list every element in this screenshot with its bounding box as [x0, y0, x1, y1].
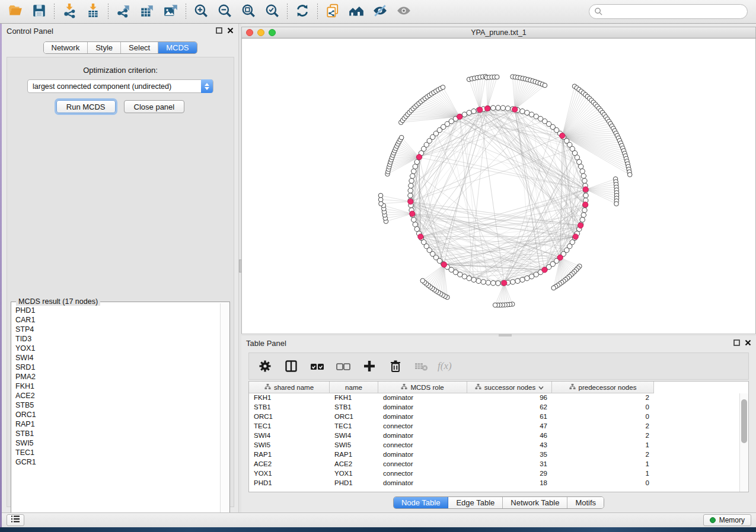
result-node: ORC1	[15, 410, 220, 419]
result-node: CAR1	[15, 315, 220, 325]
tab-node-table[interactable]: Node Table	[394, 497, 449, 508]
export-table-button[interactable]	[135, 2, 159, 22]
run-mcds-button[interactable]: Run MCDS	[56, 100, 116, 113]
result-node: RAP1	[15, 419, 220, 429]
tab-mcds[interactable]: MCDS	[158, 42, 196, 53]
add-column-icon[interactable]	[359, 356, 379, 376]
horizontal-splitter[interactable]	[241, 334, 756, 336]
first-neighbors-button[interactable]	[344, 2, 368, 22]
import-network-button[interactable]	[58, 2, 81, 22]
float-panel-icon[interactable]	[733, 339, 740, 348]
column-header-MCDS-role[interactable]: MCDS role	[378, 382, 467, 393]
node-table: shared namenameMCDS rolesuccessor nodesp…	[248, 381, 749, 492]
open-file-button[interactable]	[4, 2, 27, 22]
cell: 1	[552, 441, 654, 450]
table-row[interactable]: STB1STB1dominator620	[249, 403, 748, 412]
import-table-button[interactable]	[81, 2, 105, 22]
table-row[interactable]: ORC1ORC1dominator610	[249, 412, 748, 422]
settings-gear-icon[interactable]	[255, 356, 275, 376]
cell: STB1	[330, 403, 378, 412]
cell: RAP1	[330, 450, 378, 460]
column-header-successor-nodes[interactable]: successor nodes	[467, 382, 552, 393]
task-list-icon	[11, 515, 20, 525]
cell: SWI4	[330, 431, 378, 441]
search-input[interactable]	[589, 4, 748, 19]
table-row[interactable]: SWI5SWI5connector431	[249, 441, 748, 450]
mcds-result-list[interactable]: PHD1CAR1STP4TID3YOX1SWI4SRD1PMA2FKH1ACE2…	[12, 303, 220, 519]
criterion-dropdown[interactable]: largest connected component (undirected)	[27, 79, 213, 93]
network-canvas[interactable]	[241, 39, 756, 334]
save-button[interactable]	[27, 2, 51, 22]
cell: SWI5	[249, 441, 330, 450]
open-file-icon	[8, 3, 23, 21]
network-window-titlebar[interactable]: YPA_prune.txt_1	[241, 27, 756, 39]
refresh-button[interactable]	[291, 2, 314, 22]
show-columns-icon[interactable]	[281, 356, 301, 376]
select-all-icon[interactable]	[307, 356, 327, 376]
cell: YOX1	[330, 469, 378, 479]
deselect-all-icon[interactable]	[333, 356, 353, 376]
table-row[interactable]: ACE2ACE2connector311	[249, 460, 748, 469]
toolbar-separator	[317, 4, 318, 20]
zoom-in-button[interactable]	[189, 2, 213, 22]
cell: 35	[467, 450, 552, 460]
result-node: STP4	[15, 325, 220, 334]
cell: PHD1	[249, 479, 330, 488]
close-panel-button[interactable]: Close panel	[124, 100, 185, 113]
cell: ACE2	[249, 460, 330, 469]
cell: dominator	[378, 393, 467, 403]
zoom-selected-button[interactable]	[260, 2, 284, 22]
close-panel-icon[interactable]	[227, 27, 234, 36]
memory-button[interactable]: Memory	[703, 514, 751, 526]
zoom-fit-button[interactable]	[237, 2, 260, 22]
column-header-predecessor-nodes[interactable]: predecessor nodes	[552, 382, 654, 393]
result-node: SWI4	[15, 353, 220, 363]
cell: 62	[467, 403, 552, 412]
tab-network[interactable]: Network	[44, 42, 88, 53]
cell: 0	[552, 403, 654, 412]
cell: SWI5	[330, 441, 378, 450]
table-scrollbar-thumb[interactable]	[741, 399, 747, 443]
result-list-scrollbar[interactable]	[220, 303, 228, 519]
export-image-button[interactable]	[159, 2, 183, 22]
column-header-shared-name[interactable]: shared name	[249, 382, 330, 393]
table-row[interactable]: PHD1PHD1dominator180	[249, 479, 748, 488]
duplicate-network-button[interactable]	[321, 2, 344, 22]
tab-select[interactable]: Select	[121, 42, 158, 53]
table-scrollbar[interactable]	[739, 393, 748, 492]
result-node: TEC1	[15, 448, 220, 457]
table-panel: Table Panel f(x) shared namenameMCDS rol…	[241, 336, 756, 512]
tab-edge-table[interactable]: Edge Table	[448, 497, 503, 508]
cell: dominator	[378, 479, 467, 488]
tab-motifs[interactable]: Motifs	[567, 497, 604, 508]
show-all-button[interactable]	[392, 2, 416, 22]
task-history-button[interactable]	[7, 514, 24, 526]
export-network-button[interactable]	[111, 2, 135, 22]
float-panel-icon[interactable]	[216, 27, 222, 36]
table-row[interactable]: TEC1TEC1connector472	[249, 422, 748, 431]
tab-style[interactable]: Style	[88, 42, 121, 53]
splitter-grip[interactable]	[499, 334, 512, 336]
cell: PHD1	[330, 479, 378, 488]
cell: connector	[378, 469, 467, 479]
cell: dominator	[378, 403, 467, 412]
cell: 2	[552, 393, 654, 403]
table-row[interactable]: SWI4SWI4dominator462	[249, 431, 748, 441]
close-panel-icon[interactable]	[745, 339, 751, 348]
hide-selected-button[interactable]	[368, 2, 392, 22]
table-header-row: shared namenameMCDS rolesuccessor nodesp…	[249, 382, 748, 393]
table-row[interactable]: FKH1FKH1dominator962	[249, 393, 748, 403]
toolbar-separator	[108, 4, 109, 20]
cell: ORC1	[330, 412, 378, 422]
table-row[interactable]: RAP1RAP1dominator352	[249, 450, 748, 460]
tab-network-table[interactable]: Network Table	[503, 497, 567, 508]
column-header-name[interactable]: name	[330, 382, 378, 393]
cell: connector	[378, 441, 467, 450]
cell: connector	[378, 422, 467, 431]
cell: 46	[467, 431, 552, 441]
cell: 2	[552, 450, 654, 460]
control-panel-title: Control Panel	[7, 27, 53, 36]
delete-column-icon[interactable]	[385, 356, 406, 376]
zoom-out-button[interactable]	[213, 2, 237, 22]
table-row[interactable]: YOX1YOX1connector291	[249, 469, 748, 479]
